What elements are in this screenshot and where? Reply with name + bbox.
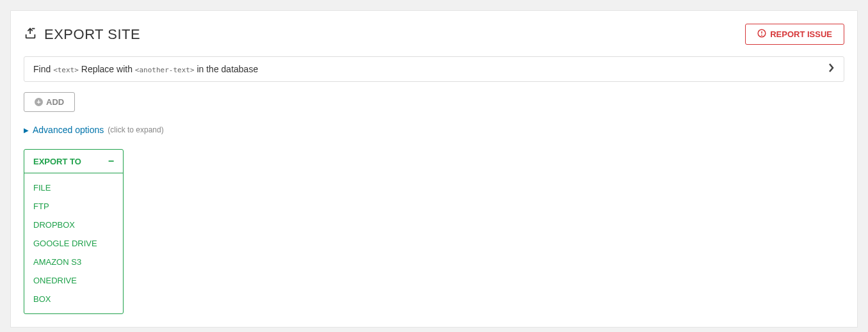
advanced-options-label: Advanced options <box>33 125 104 135</box>
export-option-onedrive[interactable]: ONEDRIVE <box>24 271 123 290</box>
report-issue-label: REPORT ISSUE <box>770 29 832 39</box>
warning-icon <box>757 29 766 40</box>
export-option-amazon-s3[interactable]: AMAZON S3 <box>24 253 123 271</box>
export-to-dropdown: EXPORT TO − FILE FTP DROPBOX GOOGLE DRIV… <box>24 149 124 314</box>
minus-icon: − <box>108 156 114 166</box>
svg-point-2 <box>762 35 762 36</box>
report-issue-button[interactable]: REPORT ISSUE <box>745 24 844 45</box>
export-icon <box>24 26 38 42</box>
title-group: EXPORT SITE <box>24 26 140 43</box>
export-option-dropbox[interactable]: DROPBOX <box>24 216 123 234</box>
export-option-google-drive[interactable]: GOOGLE DRIVE <box>24 234 123 253</box>
advanced-options-toggle[interactable]: ▶ Advanced options (click to expand) <box>24 125 844 135</box>
caret-right-icon: ▶ <box>24 127 29 134</box>
plus-circle-icon: + <box>35 98 43 106</box>
page-title: EXPORT SITE <box>44 26 140 43</box>
find-replace-text: Find <text> Replace with <another-text> … <box>33 64 258 74</box>
panel-header: EXPORT SITE REPORT ISSUE <box>24 24 844 45</box>
export-to-label: EXPORT TO <box>33 157 81 166</box>
find-replace-bar[interactable]: Find <text> Replace with <another-text> … <box>24 56 844 82</box>
export-option-box[interactable]: BOX <box>24 290 123 308</box>
advanced-options-hint: (click to expand) <box>108 125 163 134</box>
export-to-list: FILE FTP DROPBOX GOOGLE DRIVE AMAZON S3 … <box>24 173 123 313</box>
export-option-file[interactable]: FILE <box>24 178 123 197</box>
add-button[interactable]: + ADD <box>24 92 75 112</box>
export-panel: EXPORT SITE REPORT ISSUE Find <text> Rep… <box>10 10 858 328</box>
export-option-ftp[interactable]: FTP <box>24 197 123 216</box>
chevron-right-icon <box>828 63 835 75</box>
add-button-label: ADD <box>46 97 64 107</box>
export-to-header[interactable]: EXPORT TO − <box>24 150 123 173</box>
